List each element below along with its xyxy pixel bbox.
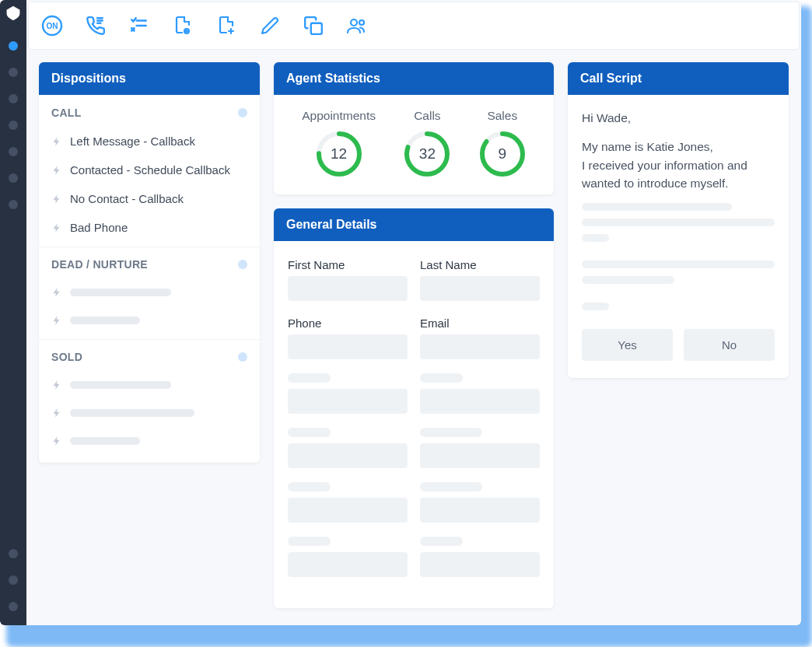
bolt-icon	[51, 135, 62, 148]
placeholder-input[interactable]	[288, 443, 408, 468]
nav-dot-b1[interactable]	[9, 549, 18, 558]
placeholder-line	[70, 409, 194, 417]
bolt-icon	[51, 164, 62, 177]
stat-label: Appointments	[302, 109, 376, 123]
first-name-input[interactable]	[288, 276, 408, 301]
on-icon[interactable]: ON	[40, 13, 65, 38]
disp-item[interactable]: Left Message - Callback	[39, 127, 260, 156]
section-indicator	[238, 352, 247, 362]
logo-icon	[5, 5, 22, 33]
section-label: DEAD / NURTURE	[51, 258, 148, 271]
placeholder	[420, 537, 463, 546]
svg-point-14	[351, 19, 357, 26]
disp-item-placeholder[interactable]	[39, 278, 260, 306]
no-button[interactable]: No	[684, 329, 775, 361]
phone-icon[interactable]	[83, 13, 108, 38]
pencil-icon[interactable]	[257, 13, 282, 38]
placeholder	[582, 203, 732, 211]
general-details-card: General Details First Name Last Name	[274, 208, 554, 608]
placeholder-line	[70, 317, 140, 324]
nav-dot-2[interactable]	[9, 68, 18, 77]
stat-label: Calls	[414, 109, 440, 123]
disp-item-placeholder[interactable]	[39, 399, 260, 427]
placeholder	[582, 276, 674, 284]
stat-value: 32	[404, 131, 450, 177]
agent-statistics-card: Agent Statistics Appointments12Calls32Sa…	[274, 62, 554, 194]
last-name-label: Last Name	[420, 258, 540, 271]
stat-value: 9	[479, 131, 526, 177]
placeholder	[288, 482, 331, 491]
bolt-icon	[51, 407, 62, 419]
call-script-card: Call Script Hi Wade, My name is Katie Jo…	[568, 62, 789, 378]
placeholder	[420, 373, 463, 383]
placeholder-input[interactable]	[420, 443, 540, 468]
nav-dot-3[interactable]	[9, 94, 18, 103]
nav-dot-1[interactable]	[9, 41, 18, 51]
copy-icon[interactable]	[301, 13, 326, 38]
disp-label: Bad Phone	[70, 221, 128, 234]
disp-item[interactable]: Bad Phone	[39, 213, 260, 247]
disp-label: Left Message - Callback	[70, 135, 195, 148]
nav-dot-b2[interactable]	[9, 575, 18, 585]
disp-item[interactable]: Contacted - Schedule Callback	[39, 156, 260, 184]
placeholder-input[interactable]	[288, 389, 408, 414]
placeholder-line	[70, 381, 171, 389]
doc-view-icon[interactable]	[170, 13, 195, 38]
details-title: General Details	[274, 208, 554, 241]
nav-dot-b3[interactable]	[9, 602, 18, 611]
svg-point-15	[359, 20, 364, 25]
section-indicator	[238, 260, 247, 269]
stat-ring: 12	[316, 131, 362, 177]
stat-item: Calls32	[404, 109, 450, 177]
disp-item[interactable]: No Contact - Callback	[39, 184, 260, 213]
nav-dot-4[interactable]	[9, 121, 18, 130]
nav-dot-5[interactable]	[9, 147, 18, 156]
placeholder-input[interactable]	[288, 498, 408, 523]
placeholder-line	[70, 289, 171, 296]
placeholder	[288, 428, 331, 437]
left-sidebar	[0, 0, 26, 625]
top-toolbar: ON	[28, 2, 800, 50]
checklist-icon[interactable]	[127, 13, 152, 38]
section-label: CALL	[51, 107, 82, 119]
phone-input[interactable]	[288, 334, 408, 359]
svg-rect-13	[311, 23, 322, 34]
last-name-input[interactable]	[420, 276, 540, 301]
disp-item-placeholder[interactable]	[39, 427, 260, 463]
section-call[interactable]: CALL	[39, 95, 260, 127]
placeholder-line	[70, 437, 140, 445]
stat-ring: 9	[479, 131, 526, 177]
stat-value: 12	[316, 131, 362, 177]
disp-item-placeholder[interactable]	[39, 306, 260, 339]
svg-text:ON: ON	[47, 22, 58, 30]
disp-label: No Contact - Callback	[70, 192, 184, 205]
placeholder	[288, 373, 331, 383]
section-dead[interactable]: DEAD / NURTURE	[39, 247, 260, 278]
section-label: SOLD	[51, 351, 82, 363]
yes-button[interactable]: Yes	[582, 329, 673, 361]
stat-item: Sales9	[479, 109, 526, 177]
bolt-icon	[51, 286, 62, 299]
placeholder-input[interactable]	[420, 498, 540, 523]
placeholder	[582, 303, 609, 310]
placeholder-input[interactable]	[420, 552, 540, 577]
email-input[interactable]	[420, 334, 540, 359]
disp-item-placeholder[interactable]	[39, 371, 260, 399]
section-sold[interactable]: SOLD	[39, 339, 260, 371]
section-indicator	[238, 108, 247, 117]
bolt-icon	[51, 314, 62, 327]
placeholder	[582, 261, 775, 268]
stat-label: Sales	[487, 109, 517, 123]
placeholder-input[interactable]	[420, 389, 540, 414]
nav-dot-7[interactable]	[9, 200, 18, 209]
doc-add-icon[interactable]	[214, 13, 239, 38]
placeholder-input[interactable]	[288, 552, 408, 577]
nav-dot-6[interactable]	[9, 173, 18, 183]
disp-label: Contacted - Schedule Callback	[70, 163, 230, 177]
stats-title: Agent Statistics	[274, 62, 554, 95]
dispositions-title: Dispositions	[39, 62, 260, 95]
script-title: Call Script	[568, 62, 789, 95]
email-label: Email	[420, 317, 540, 330]
group-icon[interactable]	[345, 13, 369, 38]
stat-item: Appointments12	[302, 109, 376, 177]
